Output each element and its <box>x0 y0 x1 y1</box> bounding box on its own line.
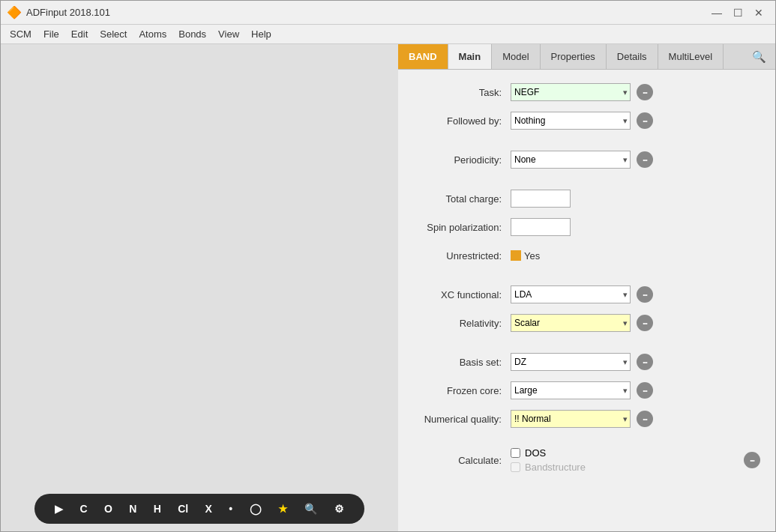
tab-model[interactable]: Model <box>492 44 540 69</box>
periodicity-control: None <box>511 151 760 169</box>
spacer-2 <box>413 178 760 188</box>
title-text: ADFinput 2018.101 <box>26 7 706 18</box>
numerical-quality-more-button[interactable] <box>637 411 653 427</box>
menu-select[interactable]: Select <box>94 27 133 41</box>
relativity-select[interactable]: Scalar <box>511 314 631 332</box>
bandstructure-checkbox[interactable] <box>511 462 520 472</box>
search-icon[interactable]: 🔍 <box>743 44 775 69</box>
xc-functional-more-button[interactable] <box>637 286 653 303</box>
toolbar-x[interactable]: X <box>202 501 215 516</box>
task-control: NEGF <box>511 83 760 101</box>
frozen-core-more-button[interactable] <box>637 382 653 399</box>
basis-set-control: DZ <box>511 353 760 371</box>
unrestricted-row: Unrestricted: Yes <box>413 245 760 266</box>
toolbar-cursor[interactable]: ▶ <box>52 501 66 516</box>
task-more-button[interactable] <box>637 84 653 100</box>
toolbar-settings[interactable]: ⚙ <box>331 501 347 516</box>
toolbar-ring[interactable]: ◯ <box>247 501 265 516</box>
spin-polarization-input[interactable] <box>511 218 571 236</box>
calculate-label: Calculate: <box>413 455 511 466</box>
toolbar-nitrogen[interactable]: N <box>126 501 139 516</box>
tab-multilevel[interactable]: MultiLevel <box>658 44 724 69</box>
basis-set-more-button[interactable] <box>637 354 653 370</box>
spacer-3 <box>413 273 760 284</box>
spacer-1 <box>413 139 760 149</box>
periodicity-select-wrap: None <box>511 151 631 169</box>
title-icon: 🔶 <box>7 5 22 19</box>
periodicity-label: Periodicity: <box>413 154 511 166</box>
frozen-core-control: Large <box>511 381 760 399</box>
toolbar-carbon[interactable]: C <box>77 501 91 516</box>
unrestricted-label: Unrestricted: <box>413 250 511 262</box>
tab-band[interactable]: BAND <box>398 44 448 69</box>
title-bar: 🔶 ADFinput 2018.101 — ☐ ✕ <box>1 1 775 25</box>
task-row: Task: NEGF <box>413 82 760 103</box>
menu-atoms[interactable]: Atoms <box>133 27 172 41</box>
followed-by-label: Followed by: <box>413 115 511 127</box>
calculate-more-button[interactable] <box>744 452 760 468</box>
maximize-button[interactable]: ☐ <box>727 4 748 21</box>
relativity-more-button[interactable] <box>637 315 653 331</box>
spin-polarization-control <box>511 218 760 236</box>
task-label: Task: <box>413 87 511 98</box>
bandstructure-label: Bandstructure <box>525 462 586 473</box>
toolbar-star[interactable]: ★ <box>275 501 291 516</box>
toolbar-search[interactable]: 🔍 <box>301 501 320 516</box>
right-panel: BAND Main Model Properties Details Multi… <box>398 44 775 532</box>
tab-properties[interactable]: Properties <box>541 44 607 69</box>
relativity-control: Scalar <box>511 314 760 332</box>
frozen-core-row: Frozen core: Large <box>413 380 760 401</box>
xc-functional-select-wrap: LDA <box>511 285 631 303</box>
dos-label: DOS <box>525 447 546 459</box>
periodicity-select[interactable]: None <box>511 151 631 169</box>
numerical-quality-control: !! Normal <box>511 410 760 428</box>
menu-help[interactable]: Help <box>245 27 277 41</box>
toolbar-dot[interactable]: • <box>226 501 235 516</box>
basis-set-label: Basis set: <box>413 357 511 368</box>
bandstructure-checkbox-label: Bandstructure <box>511 462 586 473</box>
toolbar-hydrogen[interactable]: H <box>151 501 164 516</box>
close-button[interactable]: ✕ <box>748 4 769 21</box>
spin-polarization-label: Spin polarization: <box>413 222 511 233</box>
unrestricted-control: Yes <box>511 250 760 262</box>
frozen-core-select[interactable]: Large <box>511 381 631 399</box>
calculate-control: DOS Bandstructure <box>511 447 738 473</box>
followed-by-select-wrap: Nothing <box>511 112 631 130</box>
followed-by-row: Followed by: Nothing <box>413 110 760 131</box>
spacer-4 <box>413 341 760 351</box>
tab-main[interactable]: Main <box>448 44 493 69</box>
total-charge-input[interactable]: 0.0 <box>511 190 571 208</box>
numerical-quality-select[interactable]: !! Normal <box>511 410 631 428</box>
numerical-quality-row: Numerical quality: !! Normal <box>413 408 760 429</box>
relativity-label: Relativity: <box>413 318 511 329</box>
dos-checkbox[interactable] <box>511 448 520 458</box>
periodicity-more-button[interactable] <box>637 151 653 168</box>
xc-functional-select[interactable]: LDA <box>511 285 631 303</box>
menu-scm[interactable]: SCM <box>4 27 37 41</box>
followed-by-more-button[interactable] <box>637 112 653 129</box>
task-select[interactable]: NEGF <box>511 83 631 101</box>
total-charge-control: 0.0 <box>511 190 760 208</box>
numerical-quality-label: Numerical quality: <box>413 414 511 425</box>
unrestricted-icon <box>511 250 521 261</box>
tab-details[interactable]: Details <box>607 44 658 69</box>
frozen-core-label: Frozen core: <box>413 385 511 396</box>
followed-by-control: Nothing <box>511 112 760 130</box>
frozen-core-select-wrap: Large <box>511 381 631 399</box>
menu-bonds[interactable]: Bonds <box>172 27 212 41</box>
content-area: Task: NEGF Followed by: Nothing <box>398 70 775 532</box>
task-select-wrap: NEGF <box>511 83 631 101</box>
dos-checkbox-label: DOS <box>511 447 546 459</box>
spin-polarization-row: Spin polarization: <box>413 217 760 238</box>
menu-file[interactable]: File <box>37 27 65 41</box>
left-panel: ▶ C O N H Cl X • ◯ ★ 🔍 ⚙ <box>1 44 398 532</box>
basis-set-select[interactable]: DZ <box>511 353 631 371</box>
followed-by-select[interactable]: Nothing <box>511 112 631 130</box>
minimize-button[interactable]: — <box>706 4 727 21</box>
toolbar-oxygen[interactable]: O <box>101 501 115 516</box>
menu-edit[interactable]: Edit <box>65 27 94 41</box>
tab-bar: BAND Main Model Properties Details Multi… <box>398 44 775 70</box>
toolbar-chlorine[interactable]: Cl <box>175 501 191 516</box>
menu-view[interactable]: View <box>212 27 245 41</box>
bottom-toolbar: ▶ C O N H Cl X • ◯ ★ 🔍 ⚙ <box>34 494 364 524</box>
